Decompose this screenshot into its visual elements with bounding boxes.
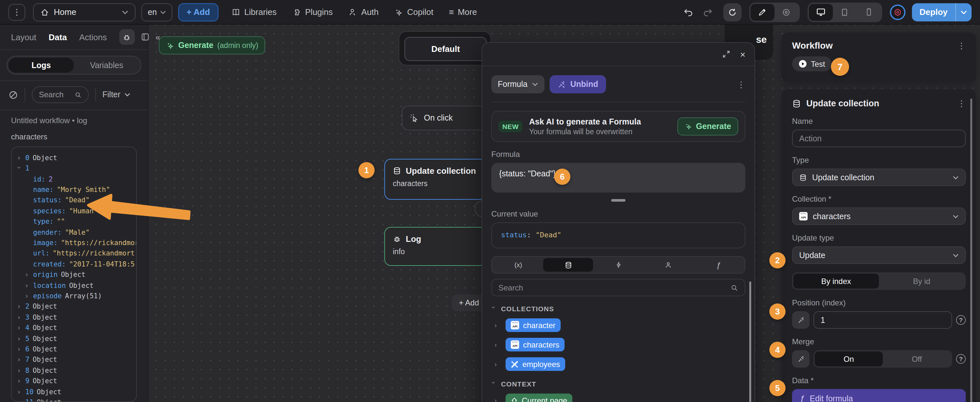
main-menu-button[interactable]: ⋮	[8, 3, 25, 21]
tree-row[interactable]: created:"2017-11-04T18:5	[17, 259, 131, 270]
test-workflow-button[interactable]: Test	[792, 56, 832, 71]
workflow-menu-icon[interactable]: ⋮	[957, 40, 966, 50]
merge-on-button[interactable]: On	[815, 351, 883, 366]
collections-section-header[interactable]: › COLLECTIONS	[491, 305, 745, 313]
nav-copilot[interactable]: Copilot	[394, 7, 433, 17]
ai-generate-button[interactable]: Generate	[677, 117, 738, 136]
name-input[interactable]	[799, 134, 959, 143]
merge-help-icon[interactable]: ?	[956, 354, 966, 364]
tree-chevron[interactable]: ›	[17, 312, 22, 322]
bind-merge-button[interactable]	[792, 350, 810, 368]
update-type-select[interactable]: Update	[792, 246, 966, 264]
collection-item-employees[interactable]: › employees	[491, 357, 745, 371]
tree-row[interactable]: ›locationObject	[17, 280, 131, 290]
log-node[interactable]: Log info	[384, 227, 486, 266]
tree-chevron[interactable]: ›	[25, 269, 30, 280]
nav-plugins[interactable]: Plugins	[292, 7, 333, 17]
by-index-button[interactable]: By index	[793, 274, 879, 289]
tab-layout[interactable]: Layout	[11, 32, 36, 42]
formula-input[interactable]: {status: "Dead"}	[491, 163, 745, 193]
tree-row[interactable]: ›10Object	[17, 386, 131, 397]
tree-chevron[interactable]: ›	[17, 333, 22, 344]
tree-row[interactable]: ›9Object	[17, 376, 131, 386]
tree-row[interactable]: url:"https://rickandmort	[17, 248, 131, 259]
trigger-node-default[interactable]: Default	[404, 37, 487, 61]
card-scrollbar[interactable]	[970, 99, 972, 402]
log-entry-title[interactable]: Untitled workflow • log	[11, 116, 137, 125]
tree-chevron[interactable]: ›	[14, 166, 25, 171]
expand-icon[interactable]	[722, 50, 730, 58]
panel-layout-icon[interactable]	[141, 32, 150, 41]
tab-user[interactable]	[643, 258, 693, 272]
tab-workflows[interactable]	[593, 258, 643, 272]
add-button[interactable]: + Add	[178, 3, 218, 21]
add-action-button[interactable]: + Add	[452, 294, 486, 311]
tab-actions[interactable]: Actions	[79, 32, 107, 42]
close-icon[interactable]: ×	[740, 49, 745, 59]
tab-data[interactable]: Data	[49, 32, 67, 42]
undo-icon[interactable]	[683, 7, 693, 17]
page-selector[interactable]: Home	[33, 3, 135, 21]
tablet-view-button[interactable]	[832, 3, 856, 21]
action-menu-icon[interactable]: ⋮	[957, 99, 966, 108]
modal-scrollbar[interactable]	[749, 281, 751, 402]
tree-chevron[interactable]: ›	[17, 301, 22, 312]
tree-chevron[interactable]: ›	[17, 354, 22, 365]
deploy-options-button[interactable]	[956, 3, 972, 21]
tree-chevron[interactable]: ›	[17, 397, 22, 402]
tab-variables[interactable]: Variables	[74, 58, 139, 73]
refresh-button[interactable]	[723, 3, 741, 21]
edit-mode-button[interactable]	[750, 3, 774, 21]
position-help-icon[interactable]: ?	[956, 315, 966, 325]
nav-auth[interactable]: Auth	[348, 7, 379, 17]
tree-row[interactable]: ›8Object	[17, 365, 131, 376]
tree-row[interactable]: ›episodeArray(51)	[17, 290, 131, 301]
binding-type-selector[interactable]: Formula	[491, 75, 544, 93]
tree-row[interactable]: ›3Object	[17, 312, 131, 322]
debug-button[interactable]	[119, 29, 135, 45]
collection-item-characters[interactable]: › API characters	[491, 338, 745, 351]
tree-row[interactable]: gender:"Male"	[17, 227, 131, 237]
update-collection-node[interactable]: Update collection characters	[384, 159, 486, 200]
context-section-header[interactable]: › CONTEXT	[491, 380, 745, 388]
tree-row[interactable]: ›0Object	[17, 152, 131, 163]
unbind-button[interactable]: Unbind	[550, 75, 606, 93]
logs-search[interactable]	[32, 86, 89, 103]
tab-variables-fx[interactable]: (x)	[493, 258, 543, 272]
tree-chevron[interactable]: ›	[17, 386, 22, 397]
collection-item-character[interactable]: › API character	[491, 318, 745, 332]
position-field[interactable]	[813, 311, 952, 329]
tree-chevron[interactable]: ›	[17, 376, 22, 386]
tree-row[interactable]: ›11Object	[17, 397, 131, 402]
filter-dropdown[interactable]: Filter	[102, 90, 130, 99]
tab-collections[interactable]	[543, 258, 593, 272]
tree-row[interactable]: ›6Object	[17, 344, 131, 354]
deploy-button[interactable]: Deploy	[912, 3, 955, 21]
tree-row[interactable]: ›7Object	[17, 354, 131, 365]
logs-search-input[interactable]	[39, 90, 71, 99]
tree-chevron[interactable]: ›	[17, 344, 22, 354]
context-item-current-page[interactable]: › Current page	[491, 394, 745, 402]
locale-selector[interactable]: en	[141, 3, 172, 21]
collapse-panel-icon[interactable]: «	[156, 32, 160, 42]
bind-position-button[interactable]	[792, 311, 810, 329]
tree-row[interactable]: ›1	[17, 163, 131, 174]
tree-row[interactable]: ›2Object	[17, 301, 131, 312]
tab-logs[interactable]: Logs	[8, 58, 74, 73]
redo-icon[interactable]	[702, 7, 713, 17]
generate-admin-button[interactable]: Generate (admin only)	[159, 36, 266, 54]
by-id-button[interactable]: By id	[879, 274, 964, 289]
tree-row[interactable]: image:"https://rickandmor	[17, 237, 131, 248]
modal-search[interactable]	[491, 279, 745, 296]
nav-more[interactable]: ≡ More	[449, 7, 477, 17]
tree-chevron[interactable]: ›	[25, 280, 30, 290]
desktop-view-button[interactable]	[808, 3, 832, 21]
nav-libraries[interactable]: Libraries	[231, 7, 277, 17]
on-click-node[interactable]: On click	[402, 106, 486, 130]
merge-off-button[interactable]: Off	[883, 351, 951, 366]
tree-row[interactable]: id:2	[17, 174, 131, 184]
tree-chevron[interactable]: ›	[17, 365, 22, 376]
preview-mode-button[interactable]	[774, 3, 798, 21]
tree-chevron[interactable]: ›	[17, 322, 22, 333]
type-select[interactable]: Update collection	[792, 169, 966, 186]
